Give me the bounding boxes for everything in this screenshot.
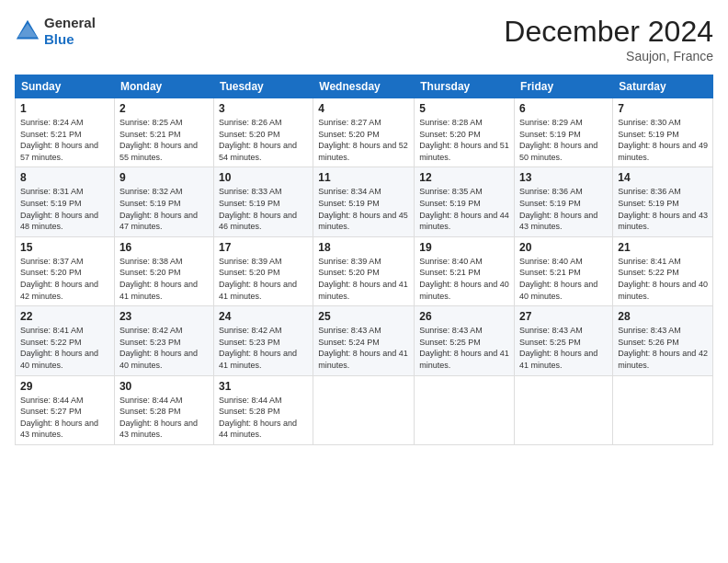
column-header-sunday: Sunday xyxy=(16,75,115,98)
day-info: Sunrise: 8:43 AM Sunset: 5:24 PM Dayligh… xyxy=(318,325,409,371)
logo: General Blue xyxy=(15,15,96,48)
day-info: Sunrise: 8:40 AM Sunset: 5:21 PM Dayligh… xyxy=(519,256,608,302)
day-number: 5 xyxy=(419,102,509,115)
calendar-cell: 21Sunrise: 8:41 AM Sunset: 5:22 PM Dayli… xyxy=(613,236,713,305)
column-header-monday: Monday xyxy=(114,75,213,98)
calendar-cell: 17Sunrise: 8:39 AM Sunset: 5:20 PM Dayli… xyxy=(213,236,313,305)
day-info: Sunrise: 8:43 AM Sunset: 5:25 PM Dayligh… xyxy=(419,325,509,371)
calendar-cell: 3Sunrise: 8:26 AM Sunset: 5:20 PM Daylig… xyxy=(213,98,313,167)
day-info: Sunrise: 8:34 AM Sunset: 5:19 PM Dayligh… xyxy=(318,186,409,232)
day-number: 28 xyxy=(618,310,708,323)
column-header-saturday: Saturday xyxy=(613,75,713,98)
calendar-cell: 30Sunrise: 8:44 AM Sunset: 5:28 PM Dayli… xyxy=(114,375,213,444)
day-info: Sunrise: 8:38 AM Sunset: 5:20 PM Dayligh… xyxy=(119,256,209,302)
calendar-cell: 16Sunrise: 8:38 AM Sunset: 5:20 PM Dayli… xyxy=(114,236,213,305)
month-title: December 2024 xyxy=(504,15,713,49)
day-number: 21 xyxy=(618,241,708,254)
day-number: 13 xyxy=(519,171,608,184)
day-info: Sunrise: 8:36 AM Sunset: 5:19 PM Dayligh… xyxy=(519,186,608,232)
day-number: 24 xyxy=(219,310,308,323)
page: General Blue December 2024 Saujon, Franc… xyxy=(0,0,728,563)
day-info: Sunrise: 8:35 AM Sunset: 5:19 PM Dayligh… xyxy=(419,186,509,232)
day-number: 31 xyxy=(219,380,308,393)
day-info: Sunrise: 8:41 AM Sunset: 5:22 PM Dayligh… xyxy=(618,256,708,302)
calendar-cell: 13Sunrise: 8:36 AM Sunset: 5:19 PM Dayli… xyxy=(515,167,613,236)
day-number: 4 xyxy=(318,102,409,115)
header: General Blue December 2024 Saujon, Franc… xyxy=(15,15,713,63)
day-number: 20 xyxy=(519,241,608,254)
title-block: December 2024 Saujon, France xyxy=(504,15,713,63)
day-info: Sunrise: 8:29 AM Sunset: 5:19 PM Dayligh… xyxy=(519,117,608,163)
calendar-cell: 8Sunrise: 8:31 AM Sunset: 5:19 PM Daylig… xyxy=(16,167,115,236)
logo-icon xyxy=(15,18,40,44)
day-number: 15 xyxy=(20,241,109,254)
location: Saujon, France xyxy=(504,49,713,63)
day-info: Sunrise: 8:42 AM Sunset: 5:23 PM Dayligh… xyxy=(119,325,209,371)
calendar-cell: 22Sunrise: 8:41 AM Sunset: 5:22 PM Dayli… xyxy=(16,306,115,375)
calendar-cell: 15Sunrise: 8:37 AM Sunset: 5:20 PM Dayli… xyxy=(16,236,115,305)
day-info: Sunrise: 8:27 AM Sunset: 5:20 PM Dayligh… xyxy=(318,117,409,163)
calendar-cell: 19Sunrise: 8:40 AM Sunset: 5:21 PM Dayli… xyxy=(415,236,515,305)
calendar-cell: 1Sunrise: 8:24 AM Sunset: 5:21 PM Daylig… xyxy=(16,98,115,167)
calendar-cell: 18Sunrise: 8:39 AM Sunset: 5:20 PM Dayli… xyxy=(313,236,415,305)
day-info: Sunrise: 8:37 AM Sunset: 5:20 PM Dayligh… xyxy=(20,256,109,302)
header-row: SundayMondayTuesdayWednesdayThursdayFrid… xyxy=(16,75,713,98)
day-info: Sunrise: 8:33 AM Sunset: 5:19 PM Dayligh… xyxy=(219,186,308,232)
day-number: 11 xyxy=(318,171,409,184)
day-number: 25 xyxy=(318,310,409,323)
column-header-friday: Friday xyxy=(515,75,613,98)
day-number: 14 xyxy=(618,171,708,184)
day-number: 29 xyxy=(20,380,109,393)
calendar-cell: 2Sunrise: 8:25 AM Sunset: 5:21 PM Daylig… xyxy=(114,98,213,167)
calendar-cell: 5Sunrise: 8:28 AM Sunset: 5:20 PM Daylig… xyxy=(415,98,515,167)
column-header-tuesday: Tuesday xyxy=(213,75,313,98)
column-header-thursday: Thursday xyxy=(415,75,515,98)
day-number: 9 xyxy=(119,171,209,184)
day-info: Sunrise: 8:24 AM Sunset: 5:21 PM Dayligh… xyxy=(20,117,109,163)
logo-general-text: General xyxy=(44,15,96,30)
day-info: Sunrise: 8:40 AM Sunset: 5:21 PM Dayligh… xyxy=(419,256,509,302)
week-row-2: 8Sunrise: 8:31 AM Sunset: 5:19 PM Daylig… xyxy=(16,167,713,236)
logo-text: General Blue xyxy=(44,15,96,48)
calendar-cell: 14Sunrise: 8:36 AM Sunset: 5:19 PM Dayli… xyxy=(613,167,713,236)
calendar-cell: 31Sunrise: 8:44 AM Sunset: 5:28 PM Dayli… xyxy=(213,375,313,444)
day-number: 12 xyxy=(419,171,509,184)
week-row-5: 29Sunrise: 8:44 AM Sunset: 5:27 PM Dayli… xyxy=(16,375,713,444)
day-number: 30 xyxy=(119,380,209,393)
day-number: 2 xyxy=(119,102,209,115)
day-info: Sunrise: 8:28 AM Sunset: 5:20 PM Dayligh… xyxy=(419,117,509,163)
day-number: 23 xyxy=(119,310,209,323)
calendar-cell xyxy=(613,375,713,444)
day-number: 27 xyxy=(519,310,608,323)
day-number: 1 xyxy=(20,102,109,115)
calendar-cell: 9Sunrise: 8:32 AM Sunset: 5:19 PM Daylig… xyxy=(114,167,213,236)
day-info: Sunrise: 8:39 AM Sunset: 5:20 PM Dayligh… xyxy=(219,256,308,302)
day-number: 26 xyxy=(419,310,509,323)
calendar-cell: 10Sunrise: 8:33 AM Sunset: 5:19 PM Dayli… xyxy=(213,167,313,236)
day-info: Sunrise: 8:32 AM Sunset: 5:19 PM Dayligh… xyxy=(119,186,209,232)
week-row-1: 1Sunrise: 8:24 AM Sunset: 5:21 PM Daylig… xyxy=(16,98,713,167)
day-number: 6 xyxy=(519,102,608,115)
day-number: 10 xyxy=(219,171,308,184)
calendar-cell: 7Sunrise: 8:30 AM Sunset: 5:19 PM Daylig… xyxy=(613,98,713,167)
day-info: Sunrise: 8:25 AM Sunset: 5:21 PM Dayligh… xyxy=(119,117,209,163)
day-number: 19 xyxy=(419,241,509,254)
day-info: Sunrise: 8:39 AM Sunset: 5:20 PM Dayligh… xyxy=(318,256,409,302)
calendar-cell: 26Sunrise: 8:43 AM Sunset: 5:25 PM Dayli… xyxy=(415,306,515,375)
day-info: Sunrise: 8:26 AM Sunset: 5:20 PM Dayligh… xyxy=(219,117,308,163)
week-row-3: 15Sunrise: 8:37 AM Sunset: 5:20 PM Dayli… xyxy=(16,236,713,305)
calendar-cell: 29Sunrise: 8:44 AM Sunset: 5:27 PM Dayli… xyxy=(16,375,115,444)
calendar-cell: 23Sunrise: 8:42 AM Sunset: 5:23 PM Dayli… xyxy=(114,306,213,375)
calendar-cell: 4Sunrise: 8:27 AM Sunset: 5:20 PM Daylig… xyxy=(313,98,415,167)
day-number: 17 xyxy=(219,241,308,254)
day-info: Sunrise: 8:31 AM Sunset: 5:19 PM Dayligh… xyxy=(20,186,109,232)
calendar-cell: 6Sunrise: 8:29 AM Sunset: 5:19 PM Daylig… xyxy=(515,98,613,167)
svg-marker-1 xyxy=(18,24,38,38)
day-number: 22 xyxy=(20,310,109,323)
calendar-cell xyxy=(515,375,613,444)
day-info: Sunrise: 8:44 AM Sunset: 5:27 PM Dayligh… xyxy=(20,395,109,441)
calendar-cell: 28Sunrise: 8:43 AM Sunset: 5:26 PM Dayli… xyxy=(613,306,713,375)
calendar-cell: 11Sunrise: 8:34 AM Sunset: 5:19 PM Dayli… xyxy=(313,167,415,236)
column-header-wednesday: Wednesday xyxy=(313,75,415,98)
day-number: 3 xyxy=(219,102,308,115)
